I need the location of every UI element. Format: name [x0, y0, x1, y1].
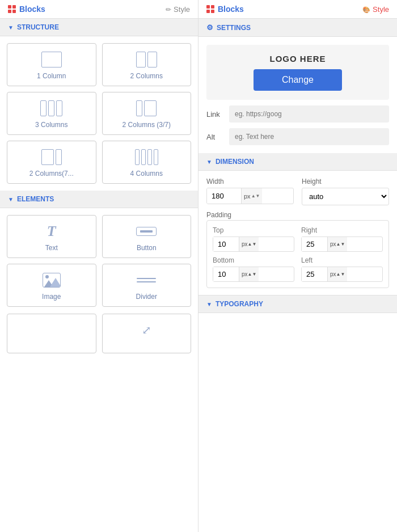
structure-item-2col-7x[interactable]: 2 Columns(7... [7, 141, 96, 184]
width-field: Width px ▲▼ [206, 178, 294, 205]
element-item-text[interactable]: T Text [7, 215, 96, 258]
pencil-icon [166, 5, 171, 14]
element-item-extra1[interactable] [7, 314, 96, 353]
padding-top-field: Top px ▲▼ [213, 226, 294, 252]
elements-title: ELEMENTS [17, 195, 54, 203]
dimension-content: Width px ▲▼ Height auto px % [198, 171, 397, 295]
image-label: Image [42, 293, 61, 301]
elements-partial-row: ⤢ [0, 314, 198, 360]
height-select[interactable]: auto px % [302, 188, 389, 205]
link-input[interactable] [229, 105, 389, 123]
divider-icon [137, 272, 156, 288]
structure-chevron-icon: ▼ [8, 24, 14, 31]
settings-content: LOGO HERE Change Link Alt [198, 37, 397, 153]
2col-37-label: 2 Columns (3/7) [123, 121, 171, 129]
structure-item-3col[interactable]: 3 Columns [7, 92, 96, 135]
right-blocks-icon [206, 5, 214, 13]
2col-icon [136, 52, 157, 67]
top-unit-arrows: ▲▼ [248, 242, 257, 247]
height-label: Height [302, 178, 389, 185]
left-style-link[interactable]: Style [166, 5, 190, 14]
4col-label: 4 Columns [130, 170, 163, 178]
alt-field-row: Alt [206, 128, 389, 145]
top-input[interactable] [213, 237, 239, 251]
dimension-section-header: ▼ DIMENSION [198, 153, 397, 171]
2col-37-icon [136, 100, 157, 116]
button-icon [136, 223, 157, 239]
image-icon [43, 272, 61, 288]
right-unit-arrows: ▲▼ [336, 242, 345, 247]
top-label: Top [213, 226, 294, 234]
right-input[interactable] [302, 237, 327, 251]
left-input[interactable] [302, 267, 327, 281]
text-label: Text [45, 244, 58, 252]
right-top-bar: Blocks Style [198, 0, 397, 19]
element-item-share[interactable]: ⤢ [102, 314, 192, 353]
structure-grid: 1 Column 2 Columns 3 Columns 2 C [0, 36, 198, 191]
text-icon: T [47, 223, 56, 239]
typography-section-header: ▼ TYPOGRAPHY [198, 295, 397, 313]
padding-bottom-left-row: Bottom px ▲▼ Left [213, 256, 383, 282]
2col-label: 2 Columns [130, 72, 163, 80]
left-top-bar: Blocks Style [0, 0, 198, 19]
logo-text: LOGO HERE [269, 54, 326, 64]
share-icon: ⤢ [142, 322, 151, 338]
typography-chevron-icon: ▼ [206, 301, 212, 307]
structure-item-2col-37[interactable]: 2 Columns (3/7) [102, 92, 192, 135]
left-style-label: Style [174, 5, 190, 14]
top-input-wrap: px ▲▼ [213, 237, 294, 252]
typography-title: TYPOGRAPHY [216, 300, 263, 308]
settings-title: SETTINGS [217, 24, 251, 32]
right-style-link[interactable]: Style [362, 5, 389, 14]
bottom-input-wrap: px ▲▼ [213, 267, 294, 282]
dimension-chevron-icon: ▼ [206, 159, 212, 165]
link-label: Link [206, 110, 223, 119]
alt-input[interactable] [229, 128, 389, 145]
dimension-title: DIMENSION [216, 158, 254, 166]
2col-7x-label: 2 Columns(7... [29, 170, 74, 178]
element-item-button[interactable]: Button [102, 215, 192, 258]
divider-label: Divider [136, 293, 157, 301]
1col-icon [41, 52, 62, 67]
alt-label: Alt [206, 133, 223, 141]
element-item-divider[interactable]: Divider [102, 264, 192, 307]
link-field-row: Link [206, 105, 389, 123]
padding-bottom-field: Bottom px ▲▼ [213, 256, 294, 282]
3col-icon [40, 100, 62, 116]
structure-section-header: ▼ STRUCTURE [0, 19, 198, 36]
structure-title: STRUCTURE [17, 23, 59, 31]
width-input[interactable] [207, 188, 241, 204]
settings-section-header: ⚙ SETTINGS [198, 19, 397, 37]
structure-item-1col[interactable]: 1 Column [7, 43, 96, 86]
elements-section-header: ▼ ELEMENTS [0, 191, 198, 208]
bottom-input[interactable] [213, 267, 239, 281]
left-unit[interactable]: px ▲▼ [327, 267, 347, 281]
change-button[interactable]: Change [254, 69, 342, 91]
padding-section: Padding Top px ▲▼ [206, 211, 389, 288]
blocks-icon [8, 5, 16, 13]
gear-icon: ⚙ [206, 23, 213, 32]
paint-icon [362, 5, 370, 14]
padding-right-field: Right px ▲▼ [301, 226, 383, 252]
right-blocks-label: Blocks [218, 5, 244, 14]
padding-label: Padding [206, 211, 389, 219]
elements-grid: T Text Button Image [0, 208, 198, 314]
element-item-image[interactable]: Image [7, 264, 96, 307]
structure-item-2col[interactable]: 2 Columns [102, 43, 192, 86]
left-input-wrap: px ▲▼ [301, 267, 383, 282]
right-style-label: Style [373, 5, 389, 14]
bottom-unit-arrows: ▲▼ [248, 272, 257, 277]
4col-icon [135, 149, 158, 165]
structure-item-4col[interactable]: 4 Columns [102, 141, 192, 184]
right-unit[interactable]: px ▲▼ [327, 237, 347, 251]
width-unit[interactable]: px ▲▼ [241, 188, 262, 204]
width-input-wrap: px ▲▼ [206, 188, 294, 204]
padding-box: Top px ▲▼ Right [206, 220, 389, 288]
right-panel: Blocks Style ⚙ SETTINGS LOGO HERE Change… [198, 0, 397, 532]
top-unit[interactable]: px ▲▼ [239, 237, 259, 251]
bottom-unit[interactable]: px ▲▼ [239, 267, 259, 281]
button-label: Button [137, 244, 157, 252]
left-unit-arrows: ▲▼ [336, 272, 345, 277]
left-blocks-label: Blocks [19, 5, 45, 14]
bottom-label: Bottom [213, 256, 294, 264]
